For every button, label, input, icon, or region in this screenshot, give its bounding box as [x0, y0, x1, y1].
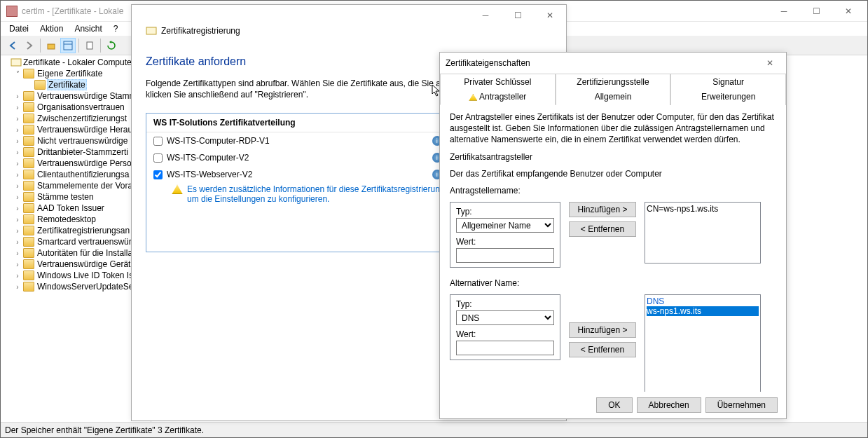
subject-type-select[interactable]: Allgemeiner Name [456, 218, 554, 233]
tree-item[interactable]: ›Clientauthentifizierungsa [1, 169, 151, 180]
value-label: Wert: [456, 237, 554, 247]
tree-item-label: Vertrauenswürdige Herau [36, 125, 134, 135]
minimize-button[interactable]: ─ [768, 1, 800, 21]
list-item[interactable]: CN=ws-nps1.ws.its [647, 204, 759, 214]
forward-button[interactable] [22, 38, 37, 53]
list-header: DNS [647, 296, 759, 306]
add-alt-button[interactable]: Hinzufügen > [569, 322, 636, 338]
maximize-button[interactable]: ☐ [502, 6, 534, 26]
separator [78, 39, 79, 53]
folder-icon [23, 158, 34, 168]
tree-item-label: Stammelemente der Vora [36, 181, 134, 191]
folder-icon [23, 69, 34, 78]
menu-action[interactable]: Aktion [34, 22, 69, 35]
separator [40, 39, 41, 53]
status-text: Der Speicher enthält "Eigene Zertifikate… [5, 425, 204, 435]
tree-certificates[interactable]: Zertifikate [1, 79, 151, 90]
tree-item-label: Zwischenzertifizierungst [36, 114, 128, 123]
cert-checkbox[interactable] [153, 170, 163, 179]
tree-own-certs[interactable]: ˅Eigene Zertifikate [1, 68, 151, 79]
ok-button[interactable]: OK [596, 397, 632, 413]
menu-view[interactable]: Ansicht [69, 22, 107, 35]
minimize-button[interactable]: ─ [469, 6, 502, 26]
folder-icon [23, 282, 34, 292]
alt-type-select[interactable]: DNS [456, 310, 554, 325]
tree-item[interactable]: ›WindowsServerUpdateSer [1, 281, 151, 292]
tree-item-label: Vertrauenswürdige Stamm [36, 91, 137, 101]
alt-listbox[interactable]: DNS ws-nps1.ws.its [645, 294, 761, 392]
tree-item-label: Drittanbieter-Stammzerti [36, 147, 130, 157]
altname-label: Alternativer Name: [450, 278, 776, 289]
tree-item[interactable]: ›Zertifikatregistrierungsan [1, 225, 151, 236]
tree-item[interactable]: ›Zwischenzertifizierungst [1, 113, 151, 124]
dialog-title: Zertifikateigenschaften [446, 58, 759, 68]
tree-item[interactable]: ›Vertrauenswürdige Stamm [1, 90, 151, 102]
tab-extensions[interactable]: Erweiterungen [670, 89, 786, 105]
folder-icon [23, 136, 34, 146]
tab-ca[interactable]: Zertifizierungsstelle [556, 74, 671, 90]
dialog-header: Zertifikatregistrierung [161, 26, 240, 36]
cert-checkbox[interactable] [153, 153, 163, 163]
tree-item[interactable]: ›Stämme testen [1, 191, 151, 203]
tab-subject[interactable]: Antragsteller [440, 89, 556, 105]
tree-item[interactable]: ›Nicht vertrauenswürdige [1, 135, 151, 146]
copy-button[interactable] [82, 38, 97, 53]
folder-icon [23, 91, 34, 101]
tree-item-label: WindowsServerUpdateSer [36, 282, 137, 292]
tree-item[interactable]: ›Vertrauenswürdige Perso [1, 158, 151, 169]
add-subject-button[interactable]: Hinzufügen > [569, 202, 636, 217]
tree-item-label: Vertrauenswürdige Geräte [36, 259, 137, 269]
refresh-button[interactable] [104, 38, 119, 53]
type-label: Typ: [456, 299, 554, 309]
tree-item[interactable]: ›AAD Token Issuer [1, 203, 151, 214]
tab-private-key[interactable]: Privater Schlüssel [440, 74, 556, 90]
close-button[interactable]: ✕ [832, 1, 864, 21]
cert-properties-dialog: Zertifikateigenschaften ✕ Privater Schlü… [439, 52, 787, 419]
tree-item[interactable]: ›Vertrauenswürdige Herau [1, 124, 151, 135]
subject-value-input[interactable] [456, 248, 554, 263]
back-button[interactable] [5, 38, 20, 53]
folder-icon [23, 147, 34, 157]
list-item[interactable]: ws-nps1.ws.its [647, 306, 759, 316]
folder-icon [23, 203, 34, 213]
remove-alt-button[interactable]: < Entfernen [569, 342, 636, 357]
tree-item[interactable]: ›Organisationsvertrauen [1, 102, 151, 113]
app-icon [6, 6, 18, 17]
alt-value-input[interactable] [456, 341, 554, 355]
tree-panel[interactable]: Zertifikate - Lokaler Computer ˅Eigene Z… [1, 55, 151, 422]
tree-root[interactable]: Zertifikate - Lokaler Computer [1, 57, 151, 68]
tree-item-label: Stämme testen [36, 192, 95, 202]
dialog-titlebar: ─ ☐ ✕ [132, 5, 566, 26]
folder-icon [23, 114, 34, 123]
tab-general[interactable]: Allgemein [556, 89, 671, 105]
tree-item[interactable]: ›Vertrauenswürdige Geräte [1, 259, 151, 270]
dialog-titlebar: Zertifikateigenschaften ✕ [440, 53, 786, 74]
menu-help[interactable]: ? [108, 22, 124, 35]
tree-item[interactable]: ›Autoritäten für die Installa [1, 247, 151, 259]
close-button[interactable]: ✕ [534, 6, 566, 26]
alt-name-box: Typ: DNS Wert: [450, 294, 560, 360]
tree-item[interactable]: ›Stammelemente der Vora [1, 180, 151, 191]
maximize-button[interactable]: ☐ [800, 1, 832, 21]
view-button[interactable] [60, 38, 76, 53]
tree-item[interactable]: ›Smartcard vertrauenswür [1, 236, 151, 247]
apply-button[interactable]: Übernehmen [705, 397, 778, 413]
menu-file[interactable]: Datei [4, 22, 34, 35]
tab-signature[interactable]: Signatur [670, 74, 786, 90]
tree-item[interactable]: ›Drittanbieter-Stammzerti [1, 146, 151, 158]
cert-icon [11, 57, 22, 67]
remove-subject-button[interactable]: < Entfernen [569, 221, 636, 237]
close-button[interactable]: ✕ [759, 53, 780, 74]
cert-template-name: WS-ITS-Webserver-V2 [167, 170, 428, 179]
subject-listbox[interactable]: CN=ws-nps1.ws.its [645, 202, 761, 264]
tree-item-label: Windows Live ID Token Is [36, 271, 135, 280]
cancel-button[interactable]: Abbrechen [637, 397, 701, 413]
svg-rect-0 [48, 44, 55, 49]
cert-checkbox[interactable] [153, 137, 163, 146]
warning-icon [172, 184, 183, 194]
folder-icon [23, 237, 34, 247]
tabs-row-2: Antragsteller Allgemein Erweiterungen [440, 89, 786, 104]
up-button[interactable] [43, 38, 59, 53]
tree-item[interactable]: ›Remotedesktop [1, 214, 151, 225]
tree-item[interactable]: ›Windows Live ID Token Is [1, 270, 151, 281]
